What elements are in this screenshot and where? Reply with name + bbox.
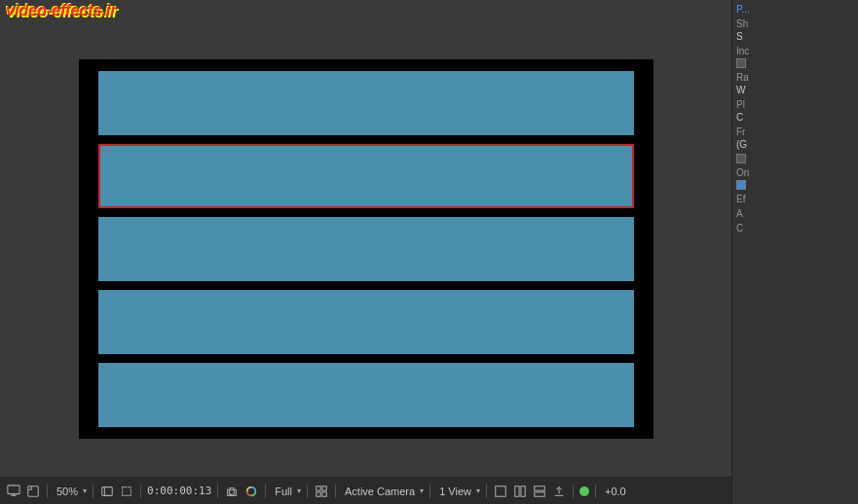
svg-rect-11 xyxy=(317,491,320,495)
panel-label-inc: Inc xyxy=(736,46,854,56)
panel-label-ra: Ra xyxy=(736,72,854,83)
panel-checkbox-row-cb2 xyxy=(736,154,854,163)
panel-label-ef: Ef xyxy=(736,194,854,204)
video-stripe-4 xyxy=(98,290,634,354)
main-area: video-effects.ir 50% ▾ xyxy=(0,0,731,504)
separator-11 xyxy=(595,485,596,498)
svg-rect-16 xyxy=(535,486,545,489)
color-dot xyxy=(579,486,589,496)
watermark-bar: video-effects.ir xyxy=(0,0,731,21)
layout-icon-3[interactable] xyxy=(532,484,547,499)
right-panel: P... Sh S Inc Ra W Pl C Fr (G On Ef A xyxy=(731,0,858,504)
panel-section-pl: Pl C xyxy=(736,99,854,123)
active-camera-arrow: ▾ xyxy=(420,486,424,495)
svg-rect-10 xyxy=(322,486,326,489)
svg-rect-6 xyxy=(123,486,131,495)
layout-icon-1[interactable] xyxy=(493,484,508,499)
panel-checkbox-cb2[interactable] xyxy=(736,154,746,163)
panel-section-c: C xyxy=(736,223,854,234)
svg-rect-14 xyxy=(515,486,519,496)
panel-section-sh: Sh S xyxy=(736,18,854,42)
panel-section-1: P... xyxy=(736,4,854,15)
export-icon[interactable] xyxy=(551,484,567,499)
separator-8 xyxy=(429,485,430,498)
panel-checkbox-inc[interactable] xyxy=(736,58,746,68)
panel-checkbox-row-on xyxy=(736,180,854,190)
view-dropdown[interactable]: 1 View ▾ xyxy=(436,486,480,497)
viewer-container xyxy=(0,21,731,477)
panel-checkbox-on[interactable] xyxy=(736,180,746,190)
separator-6 xyxy=(307,485,308,498)
separator-7 xyxy=(335,485,336,498)
panel-value-sh: S xyxy=(736,31,854,42)
separator-10 xyxy=(573,485,574,498)
separator-2 xyxy=(93,485,93,498)
svg-rect-3 xyxy=(28,486,39,496)
panel-label-on: On xyxy=(736,167,854,178)
viewer-canvas xyxy=(79,59,653,439)
svg-rect-0 xyxy=(8,485,19,493)
panel-blue-label: P... xyxy=(736,4,854,15)
panel-label-fr: Fr xyxy=(736,126,854,137)
expand-icon[interactable] xyxy=(25,484,41,499)
svg-rect-15 xyxy=(521,486,525,496)
separator-5 xyxy=(265,485,266,498)
timecode[interactable]: 0:00:00:13 xyxy=(147,485,211,497)
resolution-arrow: ▾ xyxy=(297,486,301,495)
watermark-text: video-effects.ir xyxy=(6,2,117,19)
crop-icon[interactable] xyxy=(119,484,134,499)
separator-1 xyxy=(47,485,48,498)
grid-icon[interactable] xyxy=(314,484,329,499)
active-camera-label: Active Camera xyxy=(342,486,418,497)
panel-label-pl: Pl xyxy=(736,99,854,110)
video-stripe-3 xyxy=(98,217,634,281)
zoom-arrow: ▾ xyxy=(83,486,87,495)
panel-label-a: A xyxy=(736,208,854,219)
zoom-dropdown[interactable]: 50% ▾ xyxy=(54,486,87,497)
panel-section-inc: Inc xyxy=(736,46,854,68)
bottom-toolbar: 50% ▾ 0:00:00:13 Full ▾ xyxy=(0,477,731,504)
panel-section-ra: Ra W xyxy=(736,72,854,95)
svg-point-7 xyxy=(230,489,235,494)
panel-section-a: A xyxy=(736,208,854,219)
active-camera-dropdown[interactable]: Active Camera ▾ xyxy=(342,486,424,497)
color-icon[interactable] xyxy=(243,484,259,499)
svg-rect-4 xyxy=(102,486,113,495)
offset-value: +0.0 xyxy=(602,486,629,497)
panel-label-c: C xyxy=(736,223,854,234)
svg-rect-17 xyxy=(535,491,545,495)
panel-section-on: On xyxy=(736,167,854,190)
panel-value-ra: W xyxy=(736,85,854,95)
panel-section-cb2 xyxy=(736,154,854,163)
separator-4 xyxy=(217,485,218,498)
monitor-icon[interactable] xyxy=(6,484,21,499)
panel-label-sh: Sh xyxy=(736,18,854,29)
view-arrow: ▾ xyxy=(476,486,480,495)
panel-checkbox-row-inc xyxy=(736,58,854,68)
layout-icon-2[interactable] xyxy=(512,484,528,499)
frame-back-icon[interactable] xyxy=(99,484,115,499)
svg-rect-9 xyxy=(317,486,320,489)
view-value: 1 View xyxy=(436,486,474,497)
zoom-value: 50% xyxy=(54,486,81,497)
separator-3 xyxy=(140,485,141,498)
resolution-value: Full xyxy=(272,486,295,497)
resolution-dropdown[interactable]: Full ▾ xyxy=(272,486,301,497)
video-stripe-1 xyxy=(98,71,634,135)
panel-section-ef: Ef xyxy=(736,194,854,204)
video-stripe-2 xyxy=(98,144,634,208)
panel-value-pl: C xyxy=(736,112,854,123)
panel-value-fr: (G xyxy=(736,139,854,150)
snapshot-icon[interactable] xyxy=(224,484,240,499)
svg-rect-12 xyxy=(322,491,326,495)
video-stripe-5 xyxy=(98,363,634,427)
separator-9 xyxy=(486,485,487,498)
panel-section-fr: Fr (G xyxy=(736,126,854,150)
svg-rect-13 xyxy=(496,486,506,496)
